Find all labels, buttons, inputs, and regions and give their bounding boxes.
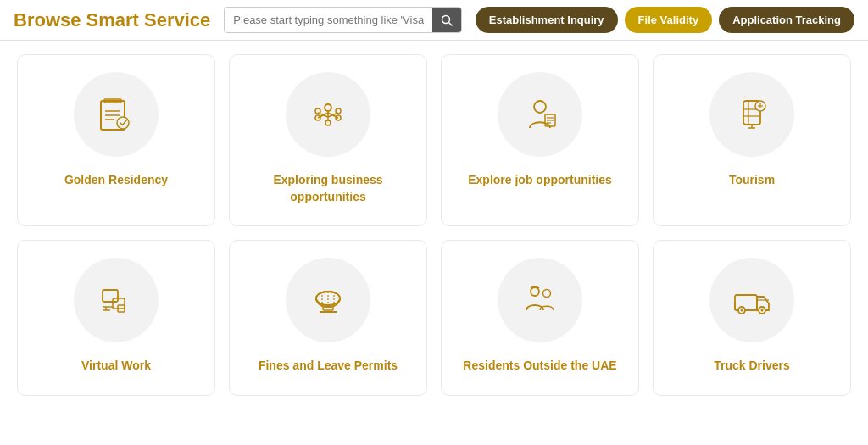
search-container bbox=[224, 7, 461, 33]
job-icon-circle bbox=[498, 72, 582, 157]
truck-icon-circle bbox=[709, 258, 794, 342]
card-golden-residency[interactable]: Golden Residency bbox=[17, 54, 215, 226]
svg-rect-32 bbox=[103, 290, 118, 302]
search-icon bbox=[441, 14, 453, 26]
truck-drivers-label: Truck Drivers bbox=[714, 358, 790, 375]
svg-rect-47 bbox=[735, 295, 757, 310]
fines-icon-circle bbox=[286, 258, 370, 342]
virtual-work-icon bbox=[94, 278, 138, 322]
svg-rect-33 bbox=[113, 298, 125, 309]
golden-residency-icon-circle bbox=[74, 72, 159, 157]
file-validity-button[interactable]: File Validity bbox=[625, 7, 713, 33]
card-truck-drivers[interactable]: Truck Drivers bbox=[653, 240, 851, 396]
establishment-inquiry-button[interactable]: Establishment Inquiry bbox=[476, 7, 618, 33]
search-input[interactable] bbox=[225, 8, 431, 32]
tourism-label: Tourism bbox=[729, 172, 775, 189]
exploring-business-label: Exploring business opportunities bbox=[238, 172, 418, 205]
svg-point-7 bbox=[117, 117, 129, 129]
search-button[interactable] bbox=[432, 8, 461, 32]
header: Browse Smart Service Establishment Inqui… bbox=[0, 0, 868, 41]
residents-icon-circle bbox=[498, 258, 582, 342]
virtual-work-icon-circle bbox=[74, 258, 159, 342]
business-icon-circle bbox=[286, 72, 370, 157]
virtual-work-label: Virtual Work bbox=[81, 358, 151, 375]
fines-leave-label: Fines and Leave Permits bbox=[259, 358, 398, 375]
business-icon bbox=[306, 92, 350, 136]
main-content: Golden Residency Explorin bbox=[0, 41, 868, 423]
cards-row-2: Virtual Work Fines and Leave Permits bbox=[17, 240, 851, 396]
svg-line-1 bbox=[448, 22, 452, 25]
svg-rect-43 bbox=[323, 307, 333, 310]
job-icon bbox=[518, 92, 562, 136]
card-residents-outside[interactable]: Residents Outside the UAE bbox=[441, 240, 639, 396]
card-fines-leave[interactable]: Fines and Leave Permits bbox=[229, 240, 427, 396]
svg-point-8 bbox=[325, 104, 331, 111]
svg-point-19 bbox=[534, 101, 546, 113]
tourism-icon bbox=[730, 92, 774, 136]
application-tracking-button[interactable]: Application Tracking bbox=[719, 7, 854, 33]
golden-residency-label: Golden Residency bbox=[64, 172, 168, 189]
residents-outside-label: Residents Outside the UAE bbox=[463, 358, 616, 375]
explore-job-label: Explore job opportunities bbox=[468, 172, 612, 189]
truck-icon bbox=[730, 278, 774, 322]
svg-point-45 bbox=[531, 287, 539, 296]
tourism-icon-circle bbox=[709, 72, 794, 157]
residents-icon bbox=[518, 278, 562, 322]
svg-point-51 bbox=[741, 309, 743, 312]
cards-row-1: Golden Residency Explorin bbox=[17, 54, 851, 226]
card-exploring-business[interactable]: Exploring business opportunities bbox=[229, 54, 427, 226]
card-explore-job[interactable]: Explore job opportunities bbox=[441, 54, 639, 226]
fines-icon bbox=[306, 278, 350, 322]
svg-point-52 bbox=[761, 309, 764, 312]
app-title: Browse Smart Service bbox=[14, 9, 210, 31]
header-nav: Establishment Inquiry File Validity Appl… bbox=[476, 7, 854, 33]
card-virtual-work[interactable]: Virtual Work bbox=[17, 240, 215, 396]
card-tourism[interactable]: Tourism bbox=[653, 54, 851, 226]
golden-residency-icon bbox=[94, 92, 138, 136]
svg-point-46 bbox=[543, 290, 551, 298]
